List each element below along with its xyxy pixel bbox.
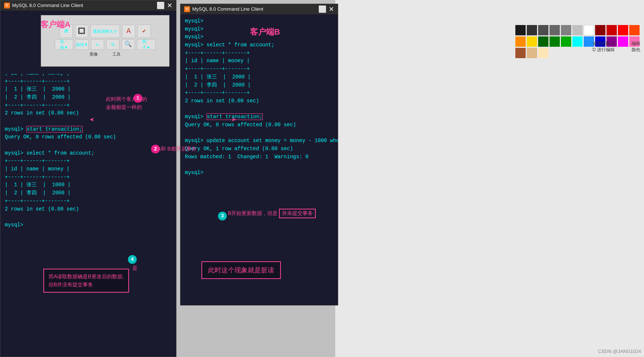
csdn-watermark: CSDN @JANG1024	[598, 349, 641, 354]
client-a-terminal: M MySQL 8.0 Command Line Client ⬜ ✕ ⊞ 🔲 …	[0, 0, 176, 357]
arrow-left-1: ➤	[89, 115, 94, 125]
client-b-pre: mysql> mysql> mysql> mysql> select * fro…	[185, 17, 333, 177]
swatch[interactable]	[538, 48, 548, 58]
note3-highlight: 并未提交事务	[279, 209, 316, 218]
swatch[interactable]	[527, 48, 537, 58]
toolbar-pencil-btn[interactable]: ✏	[91, 39, 104, 50]
badge-4: 4	[128, 255, 137, 264]
toolbar-label-tools: 工具	[112, 51, 121, 57]
client-b-titlebar: M MySQL 8.0 Command Line Client ⬜ ✕	[180, 4, 338, 14]
mysql-icon-b: M	[184, 6, 190, 12]
swatch[interactable]	[595, 25, 605, 35]
swatch[interactable]	[629, 25, 640, 35]
swatch[interactable]	[550, 25, 560, 35]
toolbar-fill-btn[interactable]: 刷子▼	[137, 39, 155, 50]
swatch[interactable]	[538, 36, 548, 47]
maximize-icon-b[interactable]: ⬜	[318, 4, 326, 14]
annotation-1: 此时两个客户端的金额都是一样的	[106, 95, 147, 112]
client-b-label: 客户端B	[250, 26, 280, 38]
swatch[interactable]	[584, 25, 594, 35]
dirty-read-box: 此时这个现象就是脏读	[201, 261, 281, 279]
client-b-title: MySQL 8.0 Command Line Client	[192, 6, 263, 13]
annotation-4-box: 而A读取数据确是B更改后的数据,但B并没有提交事务	[43, 269, 129, 293]
swatch[interactable]	[618, 36, 628, 47]
toolbar-row2: 选择▼ 旋转▼ ✏ ◇ 🔍 刷子▼	[55, 39, 155, 50]
arrow-right-1: ➤	[232, 115, 236, 125]
note4-prefix: 是	[132, 265, 137, 272]
swatch[interactable]	[527, 25, 537, 35]
swatch[interactable]	[561, 36, 571, 47]
close-icon-b[interactable]: ✕	[329, 4, 334, 14]
toolbar-rotate-btn[interactable]: 旋转▼	[75, 39, 89, 50]
swatch[interactable]	[572, 36, 583, 47]
toolbar-label-image: 图像	[90, 51, 98, 57]
edit-label2: 使用画图 3D 进行编辑	[593, 40, 615, 53]
swatch[interactable]	[515, 25, 526, 35]
toolbar-row1: ⊞ 🔲 重新调整大小 A ✔	[60, 25, 151, 38]
swatch[interactable]	[572, 25, 583, 35]
client-b-terminal: M MySQL 8.0 Command Line Client ⬜ ✕ mysq…	[180, 4, 338, 305]
maximize-icon-a[interactable]: ⬜	[157, 1, 165, 11]
mysql-icon-a: M	[4, 3, 10, 8]
swatch[interactable]	[515, 48, 526, 58]
edit-label: 编辑颜色	[632, 40, 640, 53]
annotation-3: B开始更新数据，但是 并未提交事务	[228, 209, 316, 218]
toolbar-zoom-btn[interactable]: 🔍	[122, 39, 135, 50]
badge-3: 3	[218, 212, 227, 220]
close-icon-a[interactable]: ✕	[167, 1, 172, 11]
swatch[interactable]	[618, 25, 628, 35]
color-swatches	[515, 25, 640, 58]
toolbar-labels: 图像 工具	[90, 51, 121, 57]
swatch[interactable]	[607, 25, 617, 35]
swatch[interactable]	[515, 36, 526, 47]
client-a-title: MySQL 8.0 Command Line Client	[12, 2, 83, 9]
toolbar-btn-fill[interactable]: ✔	[137, 25, 151, 38]
toolbar-eraser-btn[interactable]: ◇	[106, 39, 119, 50]
swatch[interactable]	[538, 25, 548, 35]
swatch[interactable]	[527, 36, 537, 47]
toolbar-btn-paint[interactable]: A	[122, 25, 135, 38]
annotation-2: A和 B都开启事务	[157, 146, 197, 152]
right-panel: 编辑颜色 使用画图 3D 进行编辑	[335, 0, 644, 357]
client-a-titlebar: M MySQL 8.0 Command Line Client ⬜ ✕	[0, 0, 176, 11]
swatch[interactable]	[550, 36, 560, 47]
swatch[interactable]	[561, 25, 571, 35]
toolbar-select-btn[interactable]: 选择▼	[55, 39, 73, 50]
toolbar-btn-resize[interactable]: 重新调整大小	[90, 25, 120, 38]
client-a-label: 客户端A	[40, 19, 71, 30]
toolbar-btn-2[interactable]: 🔲	[75, 25, 88, 38]
start-transaction-a: start transaction;	[26, 126, 83, 132]
